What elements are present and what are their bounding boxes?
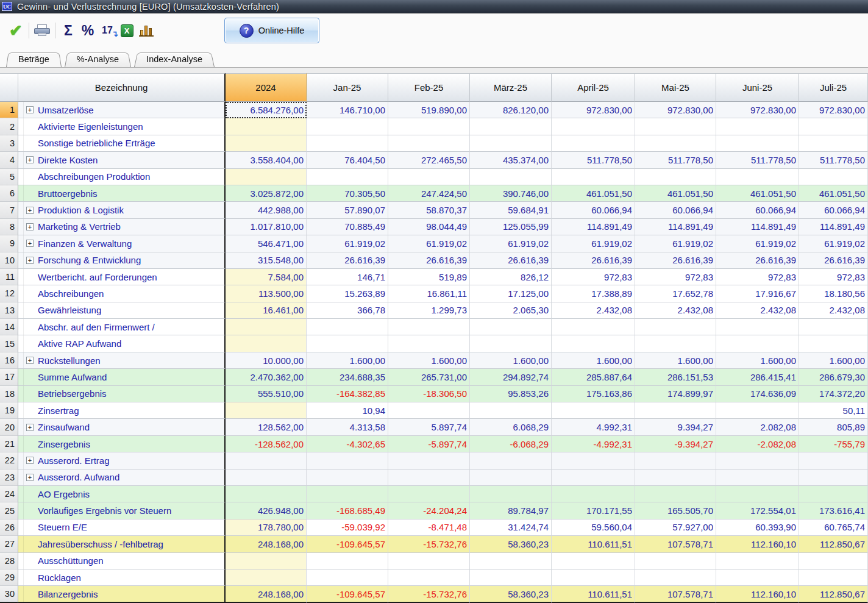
row-number[interactable]: 11: [0, 269, 18, 285]
row-label-cell[interactable]: +Umsatzerlöse: [18, 102, 226, 118]
value-cell[interactable]: [799, 169, 868, 185]
value-cell[interactable]: 60.066,94: [799, 202, 868, 218]
value-cell[interactable]: 175.163,86: [552, 386, 635, 402]
expand-icon[interactable]: +: [26, 240, 34, 247]
row-number[interactable]: 15: [0, 335, 18, 352]
value-cell[interactable]: 10.000,00: [226, 352, 307, 369]
value-cell[interactable]: [307, 319, 388, 335]
value-cell[interactable]: [716, 319, 799, 335]
value-cell[interactable]: [307, 135, 388, 152]
row-number[interactable]: 13: [0, 302, 18, 319]
value-cell[interactable]: -168.685,49: [307, 502, 388, 519]
value-cell[interactable]: [226, 452, 307, 469]
value-cell[interactable]: 390.746,00: [470, 185, 552, 202]
value-cell[interactable]: [388, 452, 470, 469]
value-cell[interactable]: 426.948,00: [226, 502, 307, 519]
row-label-cell[interactable]: +Rückstellungen: [18, 352, 226, 369]
expand-icon[interactable]: +: [26, 457, 34, 464]
row-number[interactable]: 17: [0, 369, 18, 385]
value-cell[interactable]: 26.616,39: [716, 252, 799, 269]
value-cell[interactable]: [388, 319, 470, 335]
value-cell[interactable]: 113.500,00: [226, 285, 307, 302]
value-cell[interactable]: 26.616,39: [799, 252, 868, 269]
value-cell[interactable]: 146.710,00: [307, 102, 388, 118]
value-cell[interactable]: [799, 569, 868, 586]
value-cell[interactable]: 26.616,39: [307, 252, 388, 269]
value-cell[interactable]: [307, 169, 388, 185]
value-cell[interactable]: [226, 335, 307, 352]
value-cell[interactable]: [470, 319, 552, 335]
row-number[interactable]: 29: [0, 569, 18, 586]
value-cell[interactable]: 172.554,01: [716, 502, 799, 519]
value-cell[interactable]: 294.892,74: [470, 369, 552, 385]
value-cell[interactable]: 128.562,00: [226, 419, 307, 435]
row-label-cell[interactable]: +Zinsaufwand: [18, 419, 226, 435]
value-cell[interactable]: [470, 169, 552, 185]
renumber-button[interactable]: 17↴: [98, 20, 117, 41]
value-cell[interactable]: [388, 135, 470, 152]
value-cell[interactable]: 107.578,71: [635, 586, 716, 602]
value-cell[interactable]: 1.600,00: [307, 352, 388, 369]
row-label-cell[interactable]: Bilanzergebnis: [18, 586, 226, 602]
value-cell[interactable]: -128.562,00: [226, 436, 307, 452]
row-number[interactable]: 30: [0, 586, 18, 602]
value-cell[interactable]: [635, 335, 716, 352]
value-cell[interactable]: [716, 402, 799, 419]
value-cell[interactable]: [470, 469, 552, 486]
value-cell[interactable]: 2.432,08: [799, 302, 868, 319]
value-cell[interactable]: [470, 553, 552, 569]
value-cell[interactable]: 60.066,94: [635, 202, 716, 218]
value-cell[interactable]: 174.899,97: [635, 386, 716, 402]
row-number[interactable]: 16: [0, 352, 18, 369]
value-cell[interactable]: 2.082,08: [716, 419, 799, 435]
row-number[interactable]: 3: [0, 135, 18, 152]
value-cell[interactable]: 59.684,91: [470, 202, 552, 218]
value-cell[interactable]: [799, 553, 868, 569]
value-cell[interactable]: -6.068,29: [470, 436, 552, 452]
value-cell[interactable]: 114.891,49: [799, 219, 868, 235]
value-cell[interactable]: [552, 335, 635, 352]
value-cell[interactable]: -15.732,76: [388, 536, 470, 552]
value-cell[interactable]: [635, 169, 716, 185]
value-cell[interactable]: [226, 169, 307, 185]
value-cell[interactable]: 110.611,51: [552, 586, 635, 602]
value-cell[interactable]: -4.302,65: [307, 436, 388, 452]
value-cell[interactable]: 7.584,00: [226, 269, 307, 285]
value-cell[interactable]: [470, 402, 552, 419]
value-cell[interactable]: -59.039,92: [307, 519, 388, 536]
value-cell[interactable]: [226, 469, 307, 486]
value-cell[interactable]: -9.394,27: [635, 436, 716, 452]
value-cell[interactable]: 972,83: [799, 269, 868, 285]
value-cell[interactable]: 89.784,97: [470, 502, 552, 519]
value-cell[interactable]: 57.927,00: [635, 519, 716, 536]
value-cell[interactable]: 61.919,02: [799, 235, 868, 252]
value-cell[interactable]: 76.404,50: [307, 152, 388, 168]
value-cell[interactable]: 15.263,89: [307, 285, 388, 302]
column-header-bezeichnung[interactable]: Bezeichnung: [18, 73, 226, 102]
value-cell[interactable]: [552, 169, 635, 185]
value-cell[interactable]: 18.180,56: [799, 285, 868, 302]
value-cell[interactable]: [226, 135, 307, 152]
value-cell[interactable]: 60.765,74: [799, 519, 868, 536]
value-cell[interactable]: 174.636,09: [716, 386, 799, 402]
value-cell[interactable]: 972,83: [552, 269, 635, 285]
value-cell[interactable]: [226, 486, 307, 502]
value-cell[interactable]: 61.919,02: [470, 235, 552, 252]
row-label-cell[interactable]: Sonstige betriebliche Erträge: [18, 135, 226, 152]
value-cell[interactable]: 26.616,39: [470, 252, 552, 269]
value-cell[interactable]: 826.120,00: [470, 102, 552, 118]
value-cell[interactable]: 2.432,08: [552, 302, 635, 319]
row-label-cell[interactable]: +Forschung & Entwicklung: [18, 252, 226, 269]
value-cell[interactable]: [635, 553, 716, 569]
value-cell[interactable]: [799, 335, 868, 352]
column-header-feb-25[interactable]: Feb-25: [388, 73, 470, 102]
value-cell[interactable]: 272.465,50: [388, 152, 470, 168]
value-cell[interactable]: 70.885,49: [307, 219, 388, 235]
value-cell[interactable]: [388, 402, 470, 419]
column-header-märz-25[interactable]: März-25: [470, 73, 552, 102]
row-number[interactable]: 1: [0, 102, 18, 118]
row-number[interactable]: 9: [0, 235, 18, 252]
value-cell[interactable]: [470, 569, 552, 586]
value-cell[interactable]: 1.600,00: [635, 352, 716, 369]
row-label-cell[interactable]: Jahresüberschuss / -fehlbetrag: [18, 536, 226, 552]
